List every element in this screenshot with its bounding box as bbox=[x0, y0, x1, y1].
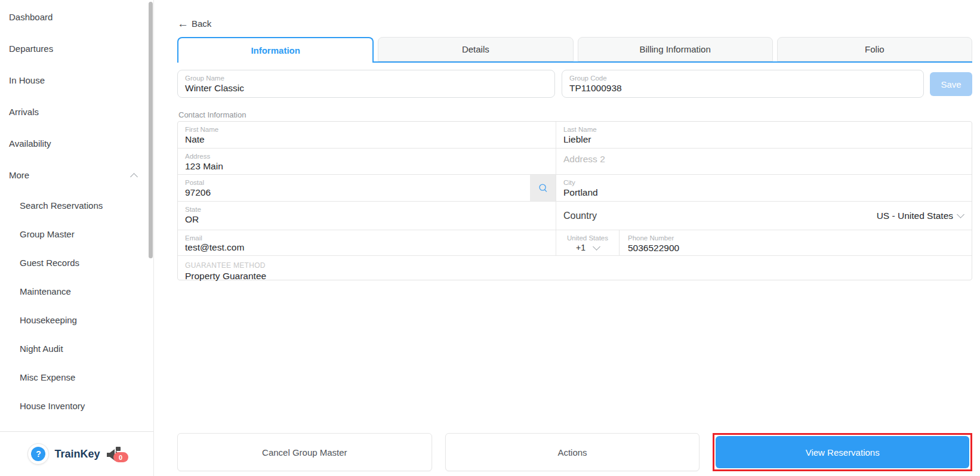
guarantee-method-label: GUARANTEE METHOD bbox=[185, 261, 266, 270]
notification-badge: 0 bbox=[113, 452, 128, 462]
contact-information-heading: Contact Information bbox=[178, 110, 246, 119]
group-name-field[interactable]: Group Name Winter Classic bbox=[177, 70, 555, 98]
sidebar-item-dashboard[interactable]: Dashboard bbox=[0, 1, 153, 33]
city-value: Portland bbox=[563, 187, 972, 199]
sidebar-item-maintenance[interactable]: Maintenance bbox=[0, 277, 153, 305]
sidebar-scrollbar[interactable] bbox=[149, 2, 153, 258]
guarantee-method-value: Property Guarantee bbox=[185, 270, 972, 282]
row-name: First Name Nate Last Name Liebler bbox=[178, 122, 972, 149]
highlight-annotation-box: View Reservations bbox=[713, 433, 972, 471]
view-reservations-button[interactable]: View Reservations bbox=[716, 436, 969, 468]
more-label: More bbox=[9, 170, 29, 180]
country-value: US - United States bbox=[877, 211, 953, 221]
chevron-down-icon bbox=[593, 243, 600, 251]
email-label-text: Email bbox=[185, 234, 202, 242]
brand-logo-text: TrainKey bbox=[54, 448, 100, 460]
phone-number-label: Phone Number bbox=[628, 234, 972, 242]
group-code-value: TP11000938 bbox=[569, 82, 916, 94]
tab-billing-information[interactable]: Billing Information bbox=[578, 37, 773, 61]
postal-field[interactable]: Postal 97206 bbox=[178, 175, 556, 201]
postal-search-button[interactable] bbox=[530, 175, 556, 201]
first-name-label: First Name bbox=[185, 125, 556, 134]
email-field[interactable]: Email test@test.com bbox=[178, 230, 556, 255]
row-email-phone: Email test@test.com United States +1 Pho… bbox=[178, 230, 972, 256]
tab-bar: Information Details Billing Information … bbox=[177, 37, 972, 63]
sidebar-item-guest-records[interactable]: Guest Records bbox=[0, 248, 153, 277]
sidebar-item-house-inventory[interactable]: House Inventory bbox=[0, 391, 153, 420]
sidebar-item-misc-expense[interactable]: Misc Expense bbox=[0, 363, 153, 391]
group-name-label: Group Name bbox=[185, 74, 547, 82]
question-mark-icon: ? bbox=[31, 447, 45, 461]
back-link[interactable]: ← Back bbox=[177, 18, 211, 29]
city-field[interactable]: City Portland bbox=[556, 175, 972, 201]
city-label: City bbox=[563, 178, 972, 187]
sidebar-nav: Dashboard Departures In House Arrivals A… bbox=[0, 0, 153, 420]
country-label: Country bbox=[563, 211, 597, 221]
actions-button[interactable]: Actions bbox=[445, 433, 700, 471]
group-name-value: Winter Classic bbox=[185, 82, 547, 94]
group-code-label: Group Code bbox=[569, 74, 916, 82]
address-label: Address bbox=[185, 152, 556, 160]
chevron-down-icon bbox=[957, 211, 964, 218]
chevron-up-icon bbox=[130, 173, 138, 181]
address2-placeholder: Address 2 bbox=[563, 154, 605, 164]
first-name-value: Nate bbox=[185, 134, 556, 146]
sidebar: Dashboard Departures In House Arrivals A… bbox=[0, 0, 154, 476]
row-state-country: State OR Country US - United States bbox=[178, 202, 972, 230]
address-field[interactable]: Address 123 Main bbox=[178, 149, 556, 174]
country-selector[interactable]: US - United States bbox=[877, 211, 963, 221]
tab-folio[interactable]: Folio bbox=[777, 37, 972, 61]
dial-code-value: +1 bbox=[576, 243, 585, 252]
postal-value: 97206 bbox=[185, 187, 556, 199]
email-value: test@test.com bbox=[185, 242, 244, 254]
phone-number-field[interactable]: Phone Number 5036522900 bbox=[619, 230, 972, 255]
address2-field[interactable]: Address 2 bbox=[556, 149, 972, 174]
phone-number-value: 5036522900 bbox=[628, 242, 972, 254]
last-name-label: Last Name bbox=[563, 125, 972, 134]
save-button[interactable]: Save bbox=[930, 72, 972, 96]
cancel-group-master-button[interactable]: Cancel Group Master bbox=[177, 433, 432, 471]
state-value: OR bbox=[185, 214, 556, 225]
state-field[interactable]: State OR bbox=[178, 202, 556, 230]
postal-label: Postal bbox=[185, 178, 556, 187]
search-icon bbox=[538, 183, 548, 193]
sidebar-item-departures[interactable]: Departures bbox=[0, 33, 153, 64]
row-postal-city: Postal 97206 City Portland bbox=[178, 175, 972, 202]
last-name-field[interactable]: Last Name Liebler bbox=[556, 122, 972, 148]
sidebar-item-night-audit[interactable]: Night Audit bbox=[0, 334, 153, 363]
dial-country-label: United States bbox=[556, 234, 619, 242]
back-arrow-icon: ← bbox=[177, 18, 189, 29]
row-address: Address 123 Main Address 2 bbox=[178, 149, 972, 175]
phone-cell: United States +1 Phone Number 5036522900 bbox=[556, 230, 972, 255]
announcements-button[interactable]: 0 bbox=[106, 446, 126, 462]
tab-information[interactable]: Information bbox=[177, 37, 374, 63]
sidebar-item-group-master[interactable]: Group Master bbox=[0, 220, 153, 248]
row-guarantee: GUARANTEE METHOD Property Guarantee bbox=[178, 256, 972, 281]
tab-details[interactable]: Details bbox=[378, 37, 573, 61]
sidebar-item-more[interactable]: More bbox=[0, 159, 153, 191]
last-name-value: Liebler bbox=[563, 134, 972, 146]
state-label: State bbox=[185, 205, 556, 214]
sidebar-footer: ? TrainKey 0 bbox=[0, 431, 153, 476]
address-value: 123 Main bbox=[185, 160, 556, 172]
group-code-field[interactable]: Group Code TP11000938 bbox=[562, 70, 924, 98]
contact-form-table: First Name Nate Last Name Liebler Addres… bbox=[177, 121, 972, 280]
sidebar-item-search-reservations[interactable]: Search Reservations bbox=[0, 191, 153, 220]
main-content: ← Back Information Details Billing Infor… bbox=[155, 0, 980, 476]
help-button[interactable]: ? bbox=[27, 443, 49, 465]
footer-action-bar: Cancel Group Master Actions View Reserva… bbox=[177, 433, 972, 471]
dial-code-selector[interactable]: United States +1 bbox=[556, 230, 619, 255]
country-cell: Country US - United States bbox=[556, 202, 972, 230]
sidebar-item-arrivals[interactable]: Arrivals bbox=[0, 96, 153, 128]
back-label: Back bbox=[192, 18, 211, 29]
first-name-field[interactable]: First Name Nate bbox=[178, 122, 556, 148]
sidebar-item-housekeeping[interactable]: Housekeeping bbox=[0, 305, 153, 334]
guarantee-method-field[interactable]: GUARANTEE METHOD Property Guarantee bbox=[178, 256, 972, 281]
sidebar-item-availability[interactable]: Availability bbox=[0, 128, 153, 159]
sidebar-item-in-house[interactable]: In House bbox=[0, 64, 153, 96]
